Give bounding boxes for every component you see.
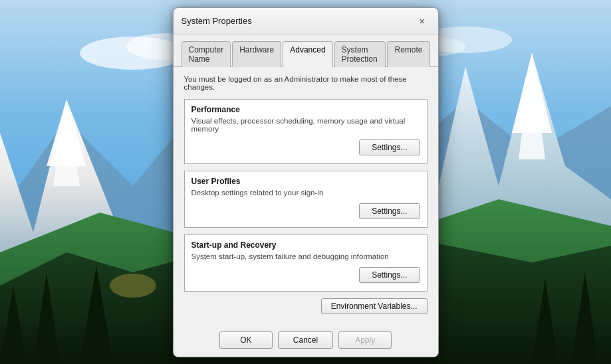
dialog-title: System Properties	[182, 16, 252, 26]
performance-settings-button[interactable]: Settings...	[359, 139, 420, 155]
tab-computer-name[interactable]: Computer Name	[182, 41, 231, 67]
system-properties-dialog: System Properties × Computer Name Hardwa…	[173, 7, 439, 357]
startup-recovery-settings-button[interactable]: Settings...	[359, 267, 420, 283]
ok-button[interactable]: OK	[219, 331, 273, 349]
user-profiles-desc: Desktop settings related to your sign-in	[191, 189, 420, 197]
user-profiles-section: User Profiles Desktop settings related t…	[184, 171, 428, 228]
dialog-body: You must be logged on as an Administrato…	[174, 67, 438, 325]
environment-variables-button[interactable]: Environment Variables...	[321, 298, 428, 314]
user-profiles-title: User Profiles	[191, 177, 420, 186]
tab-remote[interactable]: Remote	[387, 41, 429, 67]
close-button[interactable]: ×	[414, 13, 430, 29]
performance-title: Performance	[191, 105, 420, 114]
startup-recovery-section: Start-up and Recovery System start-up, s…	[184, 234, 428, 292]
title-bar: System Properties ×	[174, 8, 438, 35]
startup-recovery-title: Start-up and Recovery	[191, 240, 420, 250]
dialog-footer: OK Cancel Apply	[174, 325, 438, 357]
user-profiles-button-row: Settings...	[191, 203, 420, 219]
startup-recovery-button-row: Settings...	[191, 267, 420, 283]
performance-button-row: Settings...	[191, 139, 420, 155]
admin-notice: You must be logged on as an Administrato…	[184, 75, 428, 91]
startup-recovery-desc: System start-up, system failure and debu…	[191, 252, 420, 260]
performance-desc: Visual effects, processor scheduling, me…	[191, 117, 420, 133]
tab-hardware[interactable]: Hardware	[232, 41, 281, 67]
env-variables-row: Environment Variables...	[184, 298, 428, 314]
tab-advanced[interactable]: Advanced	[283, 41, 332, 67]
cancel-button[interactable]: Cancel	[278, 331, 333, 349]
performance-section: Performance Visual effects, processor sc…	[184, 99, 428, 164]
dialog-overlay: System Properties × Computer Name Hardwa…	[0, 0, 611, 364]
apply-button[interactable]: Apply	[338, 331, 392, 349]
user-profiles-settings-button[interactable]: Settings...	[359, 203, 420, 219]
tab-bar: Computer Name Hardware Advanced System P…	[174, 35, 438, 67]
tab-system-protection[interactable]: System Protection	[334, 41, 386, 67]
